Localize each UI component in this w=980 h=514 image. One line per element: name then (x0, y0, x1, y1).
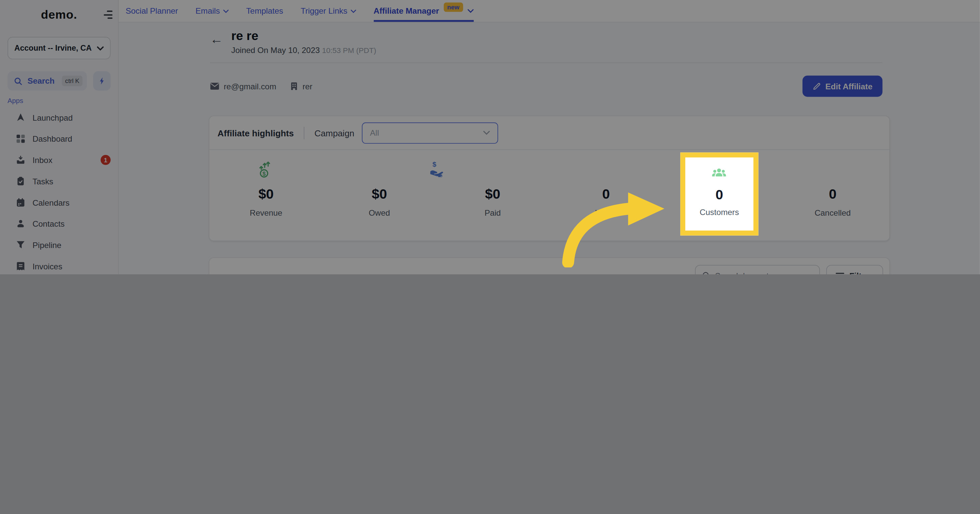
search-row: Search ctrl K (7, 71, 110, 90)
logo-row: demo. (0, 0, 118, 30)
campaign-label: Campaign (315, 128, 355, 138)
customer-search-input[interactable] (715, 271, 813, 274)
app-root: demo. Account -- Irvine, CA Search ctrl … (0, 0, 980, 274)
brand-logo: demo. (41, 8, 77, 22)
top-navigation: Social Planner Emails Templates Trigger … (119, 0, 980, 22)
pipeline-icon (16, 240, 25, 250)
paid-hand-icon: $ (428, 161, 447, 179)
launchpad-icon (16, 112, 25, 122)
sidebar-item-launchpad[interactable]: Launchpad (0, 107, 118, 128)
search-icon (702, 271, 711, 274)
filter-icon (835, 272, 844, 274)
sidebar-section-apps: Apps (7, 97, 118, 104)
chevron-down-icon (97, 46, 104, 50)
chevron-down-icon (350, 9, 356, 13)
dashboard-icon (16, 134, 25, 144)
sidebar-collapse-icon[interactable] (102, 11, 112, 19)
inbox-icon (16, 155, 25, 165)
bolt-icon (98, 76, 106, 86)
highlights-header: Affiliate highlights Campaign All (209, 116, 889, 150)
search-shortcut: ctrl K (62, 76, 82, 86)
affiliate-company: rer (290, 82, 312, 91)
tab-affiliate-manager[interactable]: Affiliate Manager new (374, 0, 474, 22)
page-title: re re (231, 29, 376, 43)
search-icon (14, 77, 22, 85)
tab-emails[interactable]: Emails (196, 0, 228, 22)
sidebar-item-inbox[interactable]: Inbox 1 (0, 149, 118, 171)
stat-paid: $ $0 Paid (436, 150, 549, 241)
joined-time: 10:53 PM (PDT) (322, 46, 377, 55)
highlights-title: Affiliate highlights (217, 128, 294, 138)
svg-text:$: $ (262, 171, 266, 177)
invoices-icon (16, 261, 25, 271)
customers-group-icon (710, 164, 729, 183)
sidebar-item-pipeline[interactable]: Pipeline (0, 234, 118, 255)
stat-customers: 0 Customers (663, 150, 776, 241)
global-search-button[interactable]: Search ctrl K (7, 71, 87, 90)
campaign-select[interactable]: All (362, 122, 498, 143)
revenue-icon: $ (257, 161, 275, 179)
main-area: Social Planner Emails Templates Trigger … (119, 0, 980, 274)
account-name: Account -- Irvine, CA (14, 44, 97, 52)
chevron-down-icon (483, 131, 490, 135)
page-header: ← re re Joined On May 10, 2023 10:53 PM … (119, 22, 980, 63)
building-icon (290, 82, 298, 90)
chevron-down-icon (223, 9, 229, 13)
affiliate-highlights-card: Affiliate highlights Campaign All $ $0 R… (209, 116, 890, 241)
back-arrow-icon[interactable]: ← (210, 32, 223, 45)
sidebar-item-dashboard[interactable]: Dashboard (0, 128, 118, 149)
customers-stat-highlight: 0 Customers (680, 152, 758, 235)
quick-actions-button[interactable] (93, 71, 110, 90)
sidebar-item-invoices[interactable]: Invoices (0, 255, 118, 274)
vertical-divider (304, 127, 304, 139)
sidebar-item-calendars[interactable]: Calendars (0, 192, 118, 213)
sidebar-item-contacts[interactable]: Contacts (0, 213, 118, 234)
chevron-down-icon (468, 9, 474, 13)
calendars-icon (16, 197, 25, 207)
affiliate-contact-row: re@gmail.com rer Edit Affiliate (210, 63, 883, 97)
pencil-icon (812, 82, 820, 90)
joined-date: Joined On May 10, 2023 10:53 PM (PDT) (231, 46, 376, 55)
stat-leads: 0 Leads (549, 150, 663, 241)
new-badge: new (444, 2, 463, 12)
affiliate-email: re@gmail.com (210, 82, 277, 91)
search-label: Search (27, 76, 57, 86)
stats-row: $ $0 Revenue $0 Owed $ $0 Paid (209, 150, 889, 241)
tab-social-planner[interactable]: Social Planner (126, 0, 178, 22)
customers-table-card: Filters Customer Name Email Campaigns Pl… (209, 257, 890, 274)
table-toolbar: Filters (209, 258, 889, 274)
envelope-icon (210, 82, 220, 90)
inbox-unread-badge: 1 (101, 155, 111, 165)
sidebar: demo. Account -- Irvine, CA Search ctrl … (0, 0, 119, 274)
stat-cancelled: 0 Cancelled (776, 150, 889, 241)
contacts-icon (16, 219, 25, 228)
account-switcher[interactable]: Account -- Irvine, CA (7, 37, 110, 59)
filters-button[interactable]: Filters (826, 265, 883, 274)
tab-templates[interactable]: Templates (246, 0, 283, 22)
stat-revenue: $ $0 Revenue (209, 150, 323, 241)
tab-trigger-links[interactable]: Trigger Links (301, 0, 356, 22)
sidebar-item-tasks[interactable]: Tasks (0, 171, 118, 192)
customer-search-field[interactable] (695, 265, 820, 274)
edit-affiliate-button[interactable]: Edit Affiliate (802, 76, 883, 97)
stat-owed: $0 Owed (323, 150, 436, 241)
tasks-icon (16, 176, 25, 186)
svg-text:$: $ (433, 161, 436, 168)
